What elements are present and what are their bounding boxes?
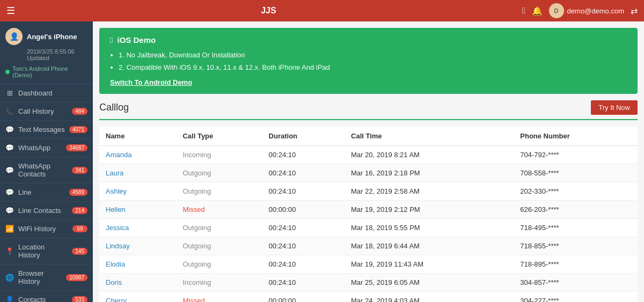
sidebar-badge: 484 [72,108,87,115]
online-dot [5,70,10,74]
col-duration: Duration [262,127,345,146]
sidebar-icon: ⊞ [5,89,14,97]
sidebar-icon: 📍 [5,247,14,255]
sidebar-badge: 145 [72,248,87,255]
sidebar-profile: 👤 Angel's iPhone 2019/3/25 8:55:06 Updat… [0,21,93,84]
table-body: Amanda Incoming 00:24:10 Mar 20, 2019 8:… [99,145,638,302]
sidebar: 👤 Angel's iPhone 2019/3/25 8:55:06 Updat… [0,21,93,302]
table-header: Name Call Type Duration Call Time Phone … [99,127,638,146]
calllog-section: Calllog Try It Now Name Call Type Durati… [93,100,644,302]
cell-duration: 00:00:00 [262,291,345,302]
cell-name: Hellen [99,200,176,218]
cell-time: Mar 18, 2019 5:55 PM [345,218,514,237]
cell-name: Cherry [99,291,176,302]
sidebar-label: Call History [18,107,68,115]
hamburger-icon[interactable]: ☰ [6,5,15,17]
sidebar-icon: 📶 [5,225,14,233]
sidebar-badge: 214 [72,207,87,214]
sidebar-item-line[interactable]: 💬 Line 4589 [0,183,93,202]
table-row: Doris Incoming 00:24:10 Mar 25, 2019 6:0… [99,273,638,291]
topbar-right:  🔔 D demo@demo.com ⇄ [522,3,638,18]
cell-duration: 00:24:10 [262,218,345,237]
cell-phone: 718-495-**** [514,218,638,237]
cell-phone: 304-227-**** [514,291,638,302]
col-time: Call Time [345,127,514,146]
topbar: ☰ JJS  🔔 D demo@demo.com ⇄ [0,0,644,21]
col-name: Name [99,127,176,146]
cell-duration: 00:24:10 [262,273,345,291]
cell-type: Missed [176,291,262,302]
ios-point-2: 2. Compatible With iOS 9.x, 10.x, 11.x &… [119,61,627,73]
device-name: Tom's Android Phone (Demo) [12,65,87,78]
cell-type: Outgoing [176,182,262,200]
cell-name: Amanda [99,145,176,164]
sidebar-item-whatsapp[interactable]: 💬 WhatsApp 34687 [0,139,93,157]
sidebar-badge: 10987 [66,274,87,281]
ios-banner:  iOS Demo 1. No Jailbreak, Download Or … [99,28,638,94]
sidebar-label: Browser History [18,269,62,285]
cell-name: Elodia [99,255,176,273]
cell-name: Lindsay [99,237,176,255]
sidebar-item-contacts[interactable]: 👤 Contacts 533 [0,291,93,302]
cell-time: Mar 18, 2019 6:44 AM [345,237,514,255]
cell-name: Laura [99,164,176,182]
cell-duration: 00:24:10 [262,182,345,200]
cell-phone: 202-330-**** [514,182,638,200]
share-icon: ⇄ [631,6,638,16]
cell-type: Missed [176,200,262,218]
profile-device[interactable]: Tom's Android Phone (Demo) [5,64,87,79]
ios-banner-title:  iOS Demo [110,35,627,45]
cell-phone: 708-558-**** [514,164,638,182]
ios-point-1: 1. No Jailbreak, Download Or Installatio… [119,49,627,61]
apple-icon-banner:  [110,35,113,45]
cell-time: Mar 24, 2019 4:03 AM [345,291,514,302]
sidebar-item-browser-history[interactable]: 🌐 Browser History 10987 [0,264,93,291]
sidebar-icon: 💬 [5,126,14,134]
cell-duration: 00:24:10 [262,255,345,273]
sidebar-item-line-contacts[interactable]: 💬 Line Contacts 214 [0,202,93,220]
cell-time: Mar 19, 2019 2:12 PM [345,200,514,218]
sidebar-label: Contacts [18,296,68,302]
sidebar-label: Line Contacts [18,207,68,215]
sidebar-label: Line [18,188,65,196]
apple-icon:  [522,6,525,16]
switch-android-link[interactable]: Switch To Android Demo [110,78,192,86]
sidebar-label: WiFi History [18,225,68,233]
sidebar-item-text-messages[interactable]: 💬 Text Messages 4071 [0,121,93,139]
sidebar-item-wifi-history[interactable]: 📶 WiFi History 69 [0,220,93,238]
main-content:  iOS Demo 1. No Jailbreak, Download Or … [93,21,644,302]
col-type: Call Type [176,127,262,146]
sidebar-item-dashboard[interactable]: ⊞ Dashboard [0,84,93,102]
sidebar-item-call-history[interactable]: 📞 Call History 484 [0,102,93,121]
cell-duration: 00:24:10 [262,237,345,255]
cell-type: Outgoing [176,237,262,255]
cell-phone: 718-895-**** [514,255,638,273]
sidebar-item-location-history[interactable]: 📍 Location History 145 [0,238,93,264]
table-row: Elodia Outgoing 00:24:10 Mar 19, 2019 11… [99,255,638,273]
sidebar-item-whatsapp-contacts[interactable]: 💬 WhatsApp Contacts 341 [0,157,93,183]
cell-duration: 00:00:00 [262,200,345,218]
table-row: Jessica Outgoing 00:24:10 Mar 18, 2019 5… [99,218,638,237]
cell-phone: 626-203-**** [514,200,638,218]
cell-time: Mar 16, 2019 2:18 PM [345,164,514,182]
try-it-now-button[interactable]: Try It Now [591,100,638,115]
sidebar-label: Text Messages [18,126,65,134]
table-row: Ashley Outgoing 00:24:10 Mar 22, 2019 2:… [99,182,638,200]
user-email: demo@demo.com [567,7,624,15]
table-row: Lindsay Outgoing 00:24:10 Mar 18, 2019 6… [99,237,638,255]
cell-phone: 704-792-**** [514,145,638,164]
calllog-header: Calllog Try It Now [99,100,638,120]
user-menu[interactable]: D demo@demo.com [549,3,624,18]
cell-phone: 304-857-**** [514,273,638,291]
sidebar-label: WhatsApp [18,144,62,152]
cell-duration: 00:24:10 [262,145,345,164]
cell-phone: 718-855-**** [514,237,638,255]
table-row: Laura Outgoing 00:24:10 Mar 16, 2019 2:1… [99,164,638,182]
cell-type: Incoming [176,145,262,164]
sidebar-badge: 69 [72,225,87,232]
sidebar-icon: 📞 [5,107,14,115]
sidebar-icon: 💬 [5,188,14,196]
sidebar-label: Location History [18,243,68,259]
cell-type: Incoming [176,273,262,291]
sidebar-label: Dashboard [18,89,87,97]
